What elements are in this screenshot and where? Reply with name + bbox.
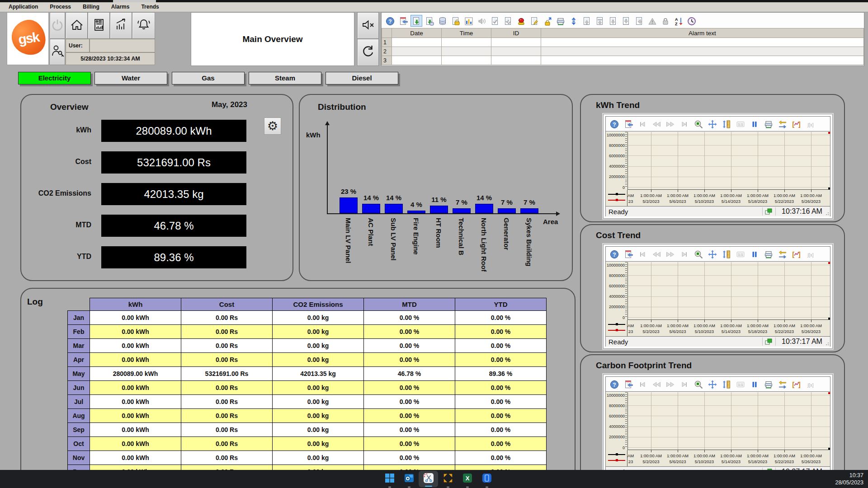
zoom-area-icon[interactable] (692, 118, 705, 130)
emergency-ack-icon[interactable] (515, 15, 527, 27)
config-icon[interactable] (622, 248, 635, 260)
move-icon[interactable] (706, 378, 719, 390)
last-icon[interactable] (678, 378, 691, 390)
one-to-one-icon[interactable]: 1:1 (734, 378, 747, 390)
scroll-bottom-icon[interactable] (620, 15, 632, 27)
tab-steam[interactable]: Steam (249, 72, 321, 84)
forward-icon[interactable] (664, 118, 677, 130)
help-icon[interactable]: ? (384, 15, 396, 27)
taskbar-clock[interactable]: 10:37 28/05/2023 (835, 472, 863, 486)
move-icon[interactable] (706, 118, 719, 130)
print-icon[interactable] (762, 118, 775, 130)
select-range-icon[interactable]: [] (790, 378, 803, 390)
tab-gas[interactable]: Gas (172, 72, 245, 84)
config-icon[interactable] (622, 378, 635, 390)
taskbar-snipping-tool-button[interactable] (419, 471, 438, 487)
reports-button[interactable] (88, 12, 110, 39)
trends-button[interactable] (110, 12, 132, 39)
scale-y-icon[interactable] (720, 378, 733, 390)
print-icon[interactable] (762, 378, 775, 390)
help-icon[interactable]: ? (608, 248, 621, 260)
zoom-area-icon[interactable] (692, 378, 705, 390)
help-icon[interactable]: ? (608, 118, 621, 130)
config-icon[interactable] (622, 118, 635, 130)
first-message-icon[interactable] (633, 15, 645, 27)
gear-icon[interactable]: ⚙ (264, 117, 281, 135)
move-icon[interactable] (706, 248, 719, 260)
menu-alarms[interactable]: Alarms (105, 2, 136, 12)
zoom-area-icon[interactable] (692, 248, 705, 260)
select-range-icon[interactable]: [] (790, 248, 803, 260)
select-range-icon[interactable]: [] (790, 118, 803, 130)
last-icon[interactable] (678, 248, 691, 260)
resize-grip[interactable] (826, 212, 829, 216)
taskbar-phone-link-button[interactable] (477, 470, 496, 488)
help-icon[interactable]: ? (608, 378, 621, 390)
sort-az-icon[interactable]: AZ (673, 15, 684, 27)
taskbar-outlook-button[interactable] (399, 470, 419, 488)
one-to-one-icon[interactable]: 1:1 (734, 248, 747, 260)
tab-electricity[interactable]: Electricity (18, 72, 91, 84)
scale-y-icon[interactable] (720, 118, 733, 130)
swap-time-axis-icon[interactable] (776, 118, 789, 130)
hide-warning-icon[interactable] (646, 15, 658, 27)
pause-icon[interactable] (748, 378, 761, 390)
user-value-field[interactable] (90, 39, 155, 52)
scroll-up-icon[interactable] (581, 15, 593, 27)
lock-list-icon[interactable] (450, 15, 462, 27)
archive-icon[interactable] (424, 15, 435, 27)
first-icon[interactable] (636, 378, 649, 390)
scroll-top-icon[interactable] (594, 15, 606, 27)
forward-icon[interactable] (664, 378, 677, 390)
message-list-icon[interactable] (437, 15, 448, 27)
comment-icon[interactable] (528, 15, 540, 27)
horn-ack-icon[interactable] (476, 15, 488, 27)
home-button[interactable] (66, 12, 88, 39)
power-button[interactable] (50, 12, 65, 39)
first-icon[interactable] (636, 118, 649, 130)
user-key-button[interactable] (50, 39, 65, 65)
sort-icon[interactable] (568, 15, 580, 27)
lock-icon[interactable] (660, 15, 671, 27)
one-to-one-icon[interactable]: 1:1 (734, 118, 747, 130)
taskbar-wincc-runtime-button[interactable] (438, 470, 458, 488)
time-base-icon[interactable] (686, 15, 698, 27)
pause-icon[interactable] (748, 118, 761, 130)
last-icon[interactable] (678, 118, 691, 130)
tab-diesel[interactable]: Diesel (326, 72, 398, 84)
resize-grip[interactable] (826, 342, 829, 346)
alarm-table[interactable]: DateTimeIDAlarm text 1 2 3 (382, 28, 864, 65)
integral-icon[interactable]: ∫[x] (804, 378, 817, 390)
swap-time-axis-icon[interactable] (776, 378, 789, 390)
taskbar-start-button[interactable] (380, 470, 399, 488)
swap-time-axis-icon[interactable] (776, 248, 789, 260)
undo-button[interactable] (357, 39, 379, 66)
rewind-icon[interactable] (650, 248, 663, 260)
menu-billing[interactable]: Billing (77, 2, 105, 12)
message-config-icon[interactable] (397, 15, 409, 27)
menu-trends[interactable]: Trends (135, 2, 165, 12)
print-icon[interactable] (555, 15, 566, 27)
single-ack-icon[interactable] (489, 15, 501, 27)
rewind-icon[interactable] (650, 378, 663, 390)
statistics-icon[interactable] (463, 15, 475, 27)
scroll-down-icon[interactable] (607, 15, 619, 27)
forward-icon[interactable] (664, 248, 677, 260)
menu-process[interactable]: Process (44, 2, 77, 12)
taskbar-excel-button[interactable]: X (458, 470, 477, 488)
print-icon[interactable] (762, 248, 775, 260)
integral-icon[interactable]: ∫[x] (804, 248, 817, 260)
rewind-icon[interactable] (650, 118, 663, 130)
pause-icon[interactable] (748, 248, 761, 260)
scale-y-icon[interactable] (720, 248, 733, 260)
unlock-icon[interactable] (542, 15, 553, 27)
trend-plot-area[interactable] (627, 392, 830, 450)
trend-plot-area[interactable] (627, 262, 830, 320)
tab-water[interactable]: Water (94, 72, 167, 84)
auto-update-icon[interactable] (410, 15, 422, 27)
menu-application[interactable]: Application (3, 2, 44, 12)
integral-icon[interactable]: ∫[x] (804, 118, 817, 130)
alarm-bell-button[interactable] (132, 12, 155, 39)
first-icon[interactable] (636, 248, 649, 260)
group-ack-icon[interactable] (502, 15, 514, 27)
